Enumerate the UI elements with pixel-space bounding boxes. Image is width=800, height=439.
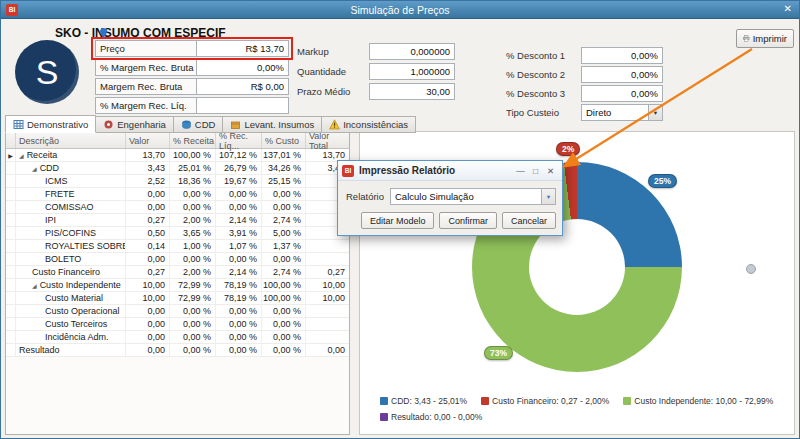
table-row[interactable]: Custo Terceiros0,000,00 %0,00 %0,00 % [6, 318, 349, 331]
cell-valor: 0,00 [126, 344, 170, 356]
cell-rec_liq: 1,07 % [216, 240, 262, 252]
desconto1-input[interactable] [581, 47, 663, 64]
row-name: Receita [27, 150, 58, 160]
tab-label: Levant. Insumos [244, 119, 314, 130]
cell-custo: 0,00 % [262, 305, 306, 317]
expand-icon[interactable]: ◢ [32, 282, 37, 289]
markup-label: Markup [297, 46, 329, 57]
dialog-close-icon[interactable]: ✕ [543, 166, 558, 176]
prazo-medio-label: Prazo Médio [297, 86, 350, 97]
cancelar-button[interactable]: Cancelar [502, 212, 556, 229]
current-row-indicator [6, 175, 16, 187]
cell-total: 10,00 [306, 292, 349, 304]
confirmar-button[interactable]: Confirmar [439, 212, 497, 229]
cell-valor: 0,27 [126, 266, 170, 278]
table-row[interactable]: ◢Custo Independente10,0072,99 %78,19 %10… [6, 279, 349, 292]
table-row[interactable]: Custo Financeiro0,272,00 %2,14 %2,74 %0,… [6, 266, 349, 279]
prazo-medio-input[interactable] [369, 83, 455, 100]
slice-handle[interactable] [746, 264, 756, 274]
quantidade-input[interactable] [369, 63, 455, 80]
chevron-down-icon[interactable]: ▼ [541, 189, 555, 204]
table-row[interactable]: Incidência Adm.0,000,00 %0,00 %0,00 % [6, 331, 349, 344]
table-row[interactable]: BOLETO0,000,00 %0,00 %0,00 % [6, 253, 349, 266]
cell-valor: 0,50 [126, 227, 170, 239]
margem-rec-bruta-pct-input[interactable] [196, 59, 289, 76]
table-row[interactable]: FRETE0,000,00 %0,00 %0,00 % [6, 188, 349, 201]
column-header-rec-liq[interactable]: % Rec. Líq... [216, 133, 262, 148]
desconto3-input[interactable] [581, 85, 663, 102]
current-row-indicator [6, 214, 16, 226]
cell-custo: 100,00 % [262, 292, 306, 304]
preco-input[interactable] [196, 40, 289, 57]
column-header-indicator [6, 133, 16, 148]
cell-valor: 0,00 [126, 331, 170, 343]
table-row[interactable]: Custo Material10,0072,99 %78,19 %100,00 … [6, 292, 349, 305]
row-description: Custo Material [16, 292, 126, 304]
cell-custo: 5,00 % [262, 227, 306, 239]
cell-rec_liq: 26,79 % [216, 162, 262, 174]
desconto2-label: % Desconto 2 [506, 69, 565, 80]
tab-bar: Demonstrativo Engenharia CDD Levant. Ins… [5, 115, 416, 133]
row-description: Custo Operacional [16, 305, 126, 317]
tab-cdd[interactable]: CDD [174, 116, 224, 133]
markup-input[interactable] [369, 43, 455, 60]
tab-demonstrativo[interactable]: Demonstrativo [5, 115, 96, 133]
table-row[interactable]: IPI0,272,00 %2,14 %2,74 % [6, 214, 349, 227]
legend-swatch [623, 397, 631, 405]
desconto2-input[interactable] [581, 66, 663, 83]
cell-receita: 72,99 % [170, 292, 216, 304]
legend-text: Custo Financeiro: 0,27 - 2,00% [492, 396, 609, 406]
cell-valor: 2,52 [126, 175, 170, 187]
row-name: Custo Financeiro [32, 267, 100, 277]
table-header: Descrição Valor % Receita % Rec. Líq... … [6, 133, 349, 149]
expand-icon[interactable]: ◢ [32, 165, 37, 172]
row-description: Resultado [16, 344, 126, 356]
maximize-icon[interactable]: □ [528, 166, 543, 176]
column-header-custo[interactable]: % Custo [262, 133, 306, 148]
margem-rec-bruta-input[interactable] [196, 78, 289, 95]
cell-valor: 13,70 [126, 149, 170, 161]
cell-valor: 0,00 [126, 201, 170, 213]
row-name: BOLETO [45, 254, 81, 264]
column-header-valor[interactable]: Valor [126, 133, 170, 148]
legend-swatch [380, 397, 388, 405]
imprimir-button[interactable]: Imprimir [736, 29, 794, 48]
table-row[interactable]: PIS/COFINS0,503,65 %3,91 %5,00 % [6, 227, 349, 240]
table-row[interactable]: ROYALTIES SOBRE V...0,141,00 %1,07 %1,37… [6, 240, 349, 253]
current-row-indicator [6, 227, 16, 239]
chevron-down-icon[interactable]: ▼ [648, 105, 662, 120]
editar-modelo-button[interactable]: Editar Modelo [361, 212, 435, 229]
table-row[interactable]: ICMS2,5218,36 %19,67 %25,15 % [6, 175, 349, 188]
row-description: COMISSAO [16, 201, 126, 213]
cell-total: 0,27 [306, 266, 349, 278]
table-row[interactable]: ▶◢Receita13,70100,00 %107,12 %137,01 %13… [6, 149, 349, 162]
table-row[interactable]: COMISSAO0,000,00 %0,00 %0,00 % [6, 201, 349, 214]
slice-label: 25% [648, 174, 677, 188]
table-row[interactable]: Resultado0,000,00 %0,00 %0,00 %0,00 [6, 344, 349, 357]
expand-icon[interactable]: ◢ [19, 152, 24, 159]
minimize-icon[interactable]: — [513, 166, 528, 176]
tab-label: Engenharia [117, 119, 166, 130]
margem-rec-liq-pct-input[interactable] [196, 97, 289, 114]
table-row[interactable]: ◢CDD3,4325,01 %26,79 %34,26 %3,43 [6, 162, 349, 175]
tab-engenharia[interactable]: Engenharia [96, 116, 174, 133]
cell-valor: 0,00 [126, 188, 170, 200]
column-header-descricao[interactable]: Descrição [16, 133, 126, 148]
tab-inconsistencias[interactable]: Inconsistências [322, 116, 416, 133]
cell-receita: 72,99 % [170, 279, 216, 291]
tab-levant-insumos[interactable]: Levant. Insumos [223, 116, 322, 133]
column-header-receita[interactable]: % Receita [170, 133, 216, 148]
row-name: ICMS [45, 176, 68, 186]
column-header-valor-total[interactable]: Valor Total [306, 133, 349, 148]
current-row-indicator [6, 331, 16, 343]
close-icon[interactable]: ✕ [784, 3, 792, 14]
cell-custo: 0,00 % [262, 253, 306, 265]
window-title: Simulação de Preços [1, 4, 799, 16]
cell-custo: 0,00 % [262, 201, 306, 213]
row-name: Custo Independente [40, 280, 121, 290]
table-row[interactable]: Custo Operacional0,000,00 %0,00 %0,00 % [6, 305, 349, 318]
tipo-custeio-combobox[interactable]: Direto ▼ [581, 104, 663, 121]
cell-receita: 3,65 % [170, 227, 216, 239]
cell-total [306, 305, 349, 317]
relatorio-combobox[interactable]: Calculo Simulação ▼ [390, 188, 556, 205]
